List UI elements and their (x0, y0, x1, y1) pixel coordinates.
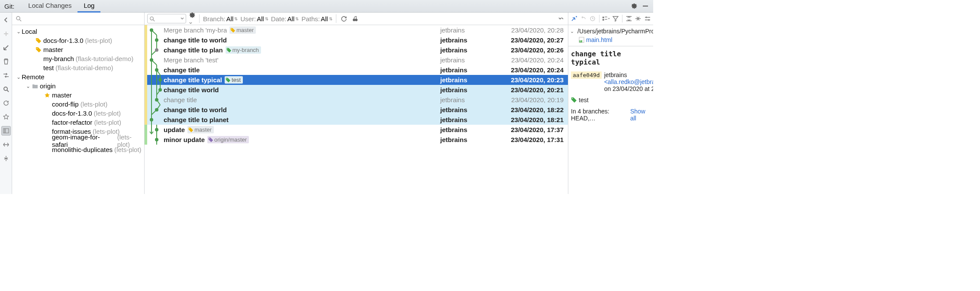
commit-details: change title typical aafe049d jetbrains … (568, 46, 653, 194)
cherry-pick-icon[interactable] (351, 14, 360, 23)
details-toolbar (568, 13, 653, 25)
branch-item[interactable]: ⌄Local (12, 27, 144, 36)
log-filterbar: Branch: All⇅ User: All⇅ Date: All⇅ Paths… (145, 13, 568, 25)
filter-date[interactable]: Date: All⇅ (271, 15, 299, 23)
svg-rect-60 (605, 19, 607, 19)
svg-point-42 (155, 98, 158, 102)
svg-text:H: H (580, 40, 581, 42)
changed-files: ⌄ /Users/jetbrains/PycharmProjec H main.… (568, 25, 653, 46)
group-icon[interactable] (602, 15, 610, 23)
tab-local-changes[interactable]: Local Changes (22, 0, 77, 13)
download-icon[interactable] (1, 43, 11, 52)
filter-icon[interactable] (612, 15, 619, 23)
layout-icon[interactable] (1, 126, 11, 136)
compare-icon[interactable] (1, 71, 11, 80)
svg-rect-2 (3, 129, 5, 133)
log-settings-icon[interactable] (189, 12, 196, 26)
settings2-icon[interactable] (644, 15, 651, 23)
branch-item[interactable]: geom-image-for-safari(lets-plot) (12, 136, 144, 145)
commit-row[interactable]: change title to worldjetbrains23/04/2020… (145, 35, 568, 45)
svg-rect-0 (643, 6, 648, 6)
show-all-link[interactable]: Show all (630, 108, 651, 122)
commit-row[interactable]: change title to planetjetbrains23/04/202… (145, 115, 568, 125)
commit-row[interactable]: Merge branch 'my-bramasterjetbrains23/04… (145, 25, 568, 35)
commit-email[interactable]: <alla.redko@jetbrains.com> (604, 78, 653, 85)
details-panel: ⌄ /Users/jetbrains/PycharmProjec H main.… (568, 13, 653, 194)
filter-branch[interactable]: Branch: All⇅ (203, 15, 238, 23)
commit-row[interactable]: updatemasterjetbrains23/04/2020, 17:37 (145, 125, 568, 135)
settings-gear-icon[interactable] (630, 2, 638, 10)
commit-row[interactable]: minor updateorigin/masterjetbrains23/04/… (145, 135, 568, 145)
filter-paths[interactable]: Paths: All⇅ (301, 15, 332, 23)
commit-row[interactable]: Merge branch 'test'jetbrains23/04/2020, … (145, 55, 568, 65)
svg-point-20 (155, 48, 158, 52)
svg-point-33 (226, 78, 227, 79)
commit-row[interactable]: change title to worldjetbrains23/04/2020… (145, 105, 568, 115)
undo-icon[interactable] (580, 15, 587, 23)
branch-item[interactable]: docs-for-1.3.0(lets-plot) (12, 109, 144, 118)
delete-icon[interactable] (1, 57, 11, 66)
svg-rect-3 (5, 129, 9, 133)
commit-row[interactable]: change title to planmy-branchjetbrains23… (145, 45, 568, 55)
svg-rect-58 (603, 19, 604, 21)
expand-icon[interactable] (1, 140, 11, 149)
back-icon[interactable] (1, 15, 11, 25)
branch-item[interactable]: my-branch(flask-tutorial-demo) (12, 54, 144, 63)
filter-user[interactable]: User: All⇅ (240, 15, 268, 23)
log-panel: Branch: All⇅ User: All⇅ Date: All⇅ Paths… (145, 13, 568, 194)
chevron-down-icon (181, 17, 184, 20)
add-icon[interactable] (1, 29, 11, 39)
svg-point-28 (155, 68, 158, 72)
commit-row[interactable]: change titlejetbrains23/04/2020, 20:19 (145, 95, 568, 105)
header-tabs: Local Changes Log (22, 0, 100, 13)
branch-item[interactable]: master (12, 91, 144, 100)
toolwindow-title: Git: (4, 3, 14, 10)
branch-item[interactable]: coord-flip(lets-plot) (12, 100, 144, 109)
refresh-log-icon[interactable] (340, 14, 348, 23)
file-name: main.html (586, 36, 612, 43)
refresh-icon[interactable] (1, 98, 11, 108)
commit-row[interactable]: change title typicaltestjetbrains23/04/2… (145, 75, 568, 85)
branches-tree: ⌄Localdocs-for-1.3.0(lets-plot)mastermy-… (12, 25, 144, 194)
commits-list: Merge branch 'my-bramasterjetbrains23/04… (145, 25, 568, 194)
collapse-all-icon[interactable] (635, 15, 642, 23)
commit-hash[interactable]: aafe049d (571, 71, 602, 79)
branches-search[interactable] (12, 13, 144, 25)
changed-file[interactable]: H main.html (569, 36, 652, 44)
branch-item[interactable]: factor-refactor(lets-plot) (12, 118, 144, 127)
html-file-icon: H (579, 37, 584, 43)
tab-log[interactable]: Log (77, 0, 100, 13)
commit-branch-tag: test (571, 97, 651, 103)
branch-item[interactable]: test(flask-tutorial-demo) (12, 63, 144, 72)
commit-date: on 23/04/2020 at 20:23 (604, 85, 653, 92)
file-tree-root[interactable]: ⌄ /Users/jetbrains/PycharmProjec (569, 27, 652, 36)
log-search-input[interactable] (147, 14, 186, 23)
tag-icon (571, 97, 577, 103)
branch-item[interactable]: ⌄Remote (12, 72, 144, 81)
svg-point-55 (209, 138, 210, 139)
star-icon[interactable] (1, 112, 11, 122)
branch-item[interactable]: docs-for-1.3.0(lets-plot) (12, 36, 144, 45)
branch-item[interactable]: monolithic-duplicates(lets-plot) (12, 145, 144, 154)
svg-point-48 (150, 118, 153, 122)
collapse-icon[interactable] (1, 154, 11, 163)
svg-point-9 (355, 19, 358, 21)
expand-all-icon[interactable] (625, 15, 633, 23)
search-icon[interactable] (1, 84, 11, 94)
commit-author: jetbrains (604, 71, 627, 78)
svg-rect-57 (603, 17, 604, 19)
branches-panel: ⌄Localdocs-for-1.3.0(lets-plot)mastermy-… (12, 13, 145, 194)
svg-rect-59 (605, 17, 607, 17)
minimize-icon[interactable] (641, 2, 650, 10)
commit-row[interactable]: change title worldjetbrains23/04/2020, 2… (145, 85, 568, 95)
search-icon (16, 16, 22, 22)
history-icon[interactable] (589, 15, 596, 23)
branch-item[interactable]: ⌄origin (12, 81, 144, 91)
svg-point-52 (189, 128, 190, 129)
more-icon[interactable] (557, 14, 565, 23)
svg-point-24 (150, 58, 153, 62)
svg-point-16 (155, 39, 158, 42)
goto-source-icon[interactable] (570, 15, 578, 23)
commit-row[interactable]: change titlejetbrains23/04/2020, 20:24 (145, 65, 568, 75)
branch-item[interactable]: master (12, 45, 144, 54)
